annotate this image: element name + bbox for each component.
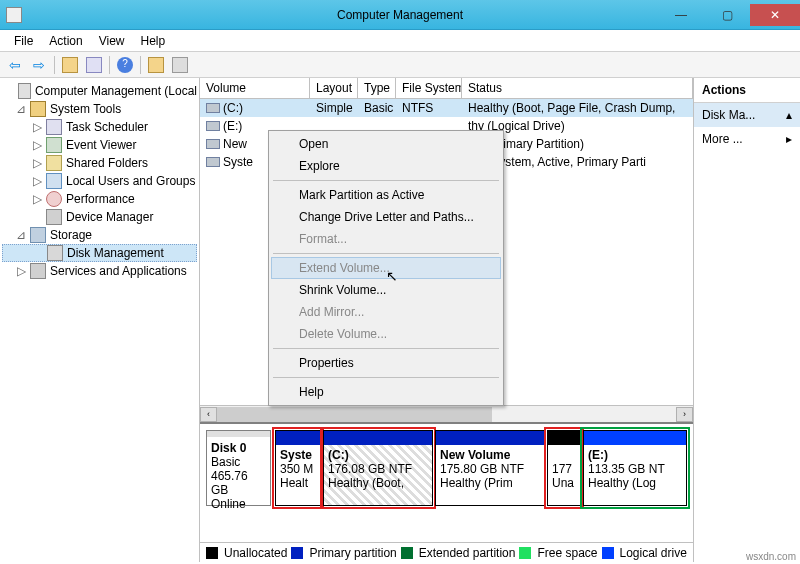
menu-help[interactable]: Help [133, 32, 174, 50]
context-menu: Open Explore Mark Partition as Active Ch… [268, 130, 504, 406]
tree-shared-folders[interactable]: ▷Shared Folders [2, 154, 197, 172]
disk-info[interactable]: Disk 0 Basic 465.76 GB Online [206, 430, 271, 506]
tree-label: Task Scheduler [66, 120, 148, 134]
ctx-delete-volume[interactable]: Delete Volume... [271, 323, 501, 345]
tree-label: Local Users and Groups [66, 174, 195, 188]
tree-device-manager[interactable]: Device Manager [2, 208, 197, 226]
scroll-right-button[interactable]: › [676, 407, 693, 422]
tree-task-scheduler[interactable]: ▷Task Scheduler [2, 118, 197, 136]
tree-system-tools[interactable]: ⊿System Tools [2, 100, 197, 118]
legend-extended: Extended partition [419, 546, 516, 560]
legend-primary: Primary partition [309, 546, 396, 560]
ctx-help[interactable]: Help [271, 381, 501, 403]
minimize-button[interactable]: — [658, 4, 704, 26]
col-volume[interactable]: Volume [200, 78, 310, 98]
volume-name: Syste [223, 155, 253, 169]
ctx-add-mirror[interactable]: Add Mirror... [271, 301, 501, 323]
volume-list-header: Volume Layout Type File System Status [200, 78, 693, 99]
partition[interactable]: 177Una [547, 430, 581, 506]
tree-label: Performance [66, 192, 135, 206]
disk-size: 465.76 GB [211, 469, 248, 497]
toolbar-grid-2[interactable] [169, 54, 191, 76]
tree-performance[interactable]: ▷Performance [2, 190, 197, 208]
partition-size: 176.08 GB NTF [328, 462, 412, 476]
ctx-explore[interactable]: Explore [271, 155, 501, 177]
col-layout[interactable]: Layout [310, 78, 358, 98]
ctx-format[interactable]: Format... [271, 228, 501, 250]
scroll-thumb[interactable] [217, 407, 492, 422]
title-bar: Computer Management — ▢ ✕ [0, 0, 800, 30]
partition-status: Healt [280, 476, 308, 490]
up-button[interactable] [59, 54, 81, 76]
forward-button[interactable] [28, 54, 50, 76]
volume-status: Healthy (Boot, Page File, Crash Dump, [462, 101, 693, 115]
ctx-extend-volume[interactable]: Extend Volume... [271, 257, 501, 279]
legend-logical: Logical drive [620, 546, 687, 560]
close-button[interactable]: ✕ [750, 4, 800, 26]
tree-root-label: Computer Management (Local [35, 84, 197, 98]
volume-type: Basic [358, 101, 396, 115]
menu-action[interactable]: Action [41, 32, 90, 50]
tree-services-apps[interactable]: ▷Services and Applications [2, 262, 197, 280]
volume-name: New [223, 137, 247, 151]
back-button[interactable] [4, 54, 26, 76]
partition[interactable]: Syste350 MHealt [275, 430, 321, 506]
volume-icon [206, 139, 220, 149]
window-title: Computer Management [337, 8, 463, 22]
col-filesystem[interactable]: File System [396, 78, 462, 98]
legend-free: Free space [537, 546, 597, 560]
tree-label: Disk Management [67, 246, 164, 260]
ctx-change-letter[interactable]: Change Drive Letter and Paths... [271, 206, 501, 228]
chevron-right-icon: ▸ [786, 132, 792, 146]
toolbar: ? [0, 52, 800, 78]
col-type[interactable]: Type [358, 78, 396, 98]
disk-partitions: Syste350 MHealt(C:)176.08 GB NTFHealthy … [275, 430, 687, 506]
menu-file[interactable]: File [6, 32, 41, 50]
partition[interactable]: (C:)176.08 GB NTFHealthy (Boot, [323, 430, 433, 506]
partition-status: Healthy (Boot, [328, 476, 404, 490]
chevron-up-icon: ▴ [786, 108, 792, 122]
disk-name: Disk 0 [211, 441, 246, 455]
tree-event-viewer[interactable]: ▷Event Viewer [2, 136, 197, 154]
legend-unallocated: Unallocated [224, 546, 287, 560]
partition-size: 350 M [280, 462, 313, 476]
actions-disk-management[interactable]: Disk Ma...▴ [694, 103, 800, 127]
volume-name: (E:) [223, 119, 242, 133]
partition-status: Healthy (Prim [440, 476, 513, 490]
actions-title: Actions [694, 78, 800, 103]
volume-hscroll[interactable]: ‹ › [200, 405, 693, 422]
tree-disk-management[interactable]: Disk Management [2, 244, 197, 262]
volume-icon [206, 157, 220, 167]
tree-label: Shared Folders [66, 156, 148, 170]
actions-more[interactable]: More ...▸ [694, 127, 800, 151]
ctx-shrink-volume[interactable]: Shrink Volume... [271, 279, 501, 301]
tree-root[interactable]: Computer Management (Local [2, 82, 197, 100]
partition[interactable]: New Volume175.80 GB NTFHealthy (Prim [435, 430, 545, 506]
tree-label: Device Manager [66, 210, 153, 224]
ctx-properties[interactable]: Properties [271, 352, 501, 374]
tree-local-users[interactable]: ▷Local Users and Groups [2, 172, 197, 190]
partition[interactable]: (E:)113.35 GB NTHealthy (Log [583, 430, 687, 506]
col-status[interactable]: Status [462, 78, 693, 98]
tree-storage[interactable]: ⊿Storage [2, 226, 197, 244]
scroll-left-button[interactable]: ‹ [200, 407, 217, 422]
ctx-open[interactable]: Open [271, 133, 501, 155]
partition-status: Healthy (Log [588, 476, 656, 490]
tree-label: System Tools [50, 102, 121, 116]
partition-label: New Volume [440, 448, 510, 462]
tree-label: Services and Applications [50, 264, 187, 278]
tree-pane: Computer Management (Local ⊿System Tools… [0, 78, 200, 562]
volume-icon [206, 121, 220, 131]
maximize-button[interactable]: ▢ [704, 4, 750, 26]
ctx-mark-active[interactable]: Mark Partition as Active [271, 184, 501, 206]
menu-bar: File Action View Help [0, 30, 800, 52]
volume-row[interactable]: (C:)SimpleBasicNTFSHealthy (Boot, Page F… [200, 99, 693, 117]
toolbar-grid-1[interactable] [145, 54, 167, 76]
help-button[interactable]: ? [114, 54, 136, 76]
properties-button[interactable] [83, 54, 105, 76]
volume-icon [206, 103, 220, 113]
app-icon [6, 7, 22, 23]
volume-layout: Simple [310, 101, 358, 115]
partition-label: (C:) [328, 448, 349, 462]
menu-view[interactable]: View [91, 32, 133, 50]
